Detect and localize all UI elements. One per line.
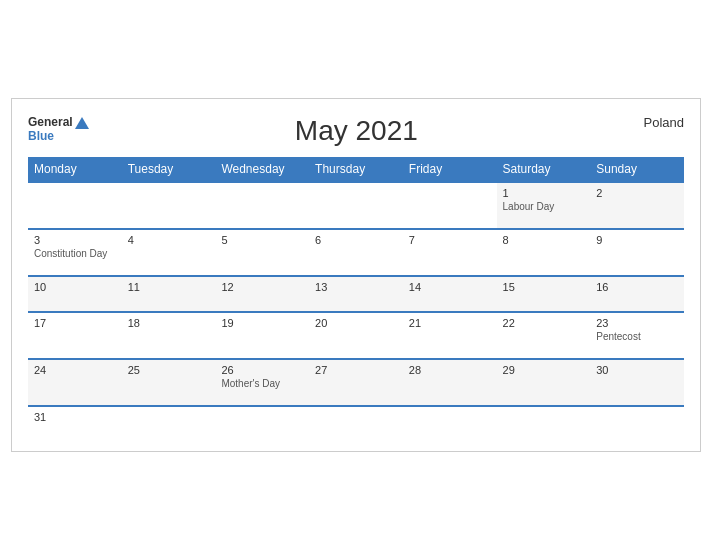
day-number: 4 <box>128 234 210 246</box>
day-number: 2 <box>596 187 678 199</box>
calendar-table: Monday Tuesday Wednesday Thursday Friday… <box>28 157 684 441</box>
calendar-cell: 8 <box>497 229 591 276</box>
calendar-cell: 16 <box>590 276 684 312</box>
day-number: 21 <box>409 317 491 329</box>
calendar-cell: 14 <box>403 276 497 312</box>
calendar-cell: 1Labour Day <box>497 182 591 229</box>
logo-general-text: General <box>28 115 89 129</box>
calendar-cell <box>122 182 216 229</box>
day-number: 30 <box>596 364 678 376</box>
day-number: 15 <box>503 281 585 293</box>
holiday-label: Constitution Day <box>34 248 116 259</box>
calendar-cell: 26Mother's Day <box>215 359 309 406</box>
month-title: May 2021 <box>89 115 624 147</box>
day-number: 14 <box>409 281 491 293</box>
header-friday: Friday <box>403 157 497 182</box>
calendar-cell: 31 <box>28 406 122 441</box>
header-saturday: Saturday <box>497 157 591 182</box>
header-wednesday: Wednesday <box>215 157 309 182</box>
logo: General Blue <box>28 115 89 144</box>
calendar-cell <box>403 182 497 229</box>
calendar-cell <box>403 406 497 441</box>
logo-triangle-icon <box>75 117 89 129</box>
day-number: 9 <box>596 234 678 246</box>
calendar-row: 3Constitution Day456789 <box>28 229 684 276</box>
calendar-cell: 6 <box>309 229 403 276</box>
holiday-label: Pentecost <box>596 331 678 342</box>
day-number: 31 <box>34 411 116 423</box>
calendar-cell: 7 <box>403 229 497 276</box>
calendar-cell <box>309 182 403 229</box>
day-number: 6 <box>315 234 397 246</box>
calendar-cell: 29 <box>497 359 591 406</box>
calendar-cell: 27 <box>309 359 403 406</box>
calendar-cell: 11 <box>122 276 216 312</box>
day-number: 12 <box>221 281 303 293</box>
calendar-cell <box>215 182 309 229</box>
day-number: 11 <box>128 281 210 293</box>
day-number: 3 <box>34 234 116 246</box>
calendar-cell <box>497 406 591 441</box>
day-number: 25 <box>128 364 210 376</box>
day-number: 13 <box>315 281 397 293</box>
calendar-cell <box>215 406 309 441</box>
calendar-cell: 25 <box>122 359 216 406</box>
calendar-cell <box>309 406 403 441</box>
calendar-header: General Blue May 2021 Poland <box>28 115 684 147</box>
calendar-container: General Blue May 2021 Poland Monday Tues… <box>11 98 701 452</box>
header-sunday: Sunday <box>590 157 684 182</box>
calendar-cell <box>122 406 216 441</box>
day-number: 22 <box>503 317 585 329</box>
day-number: 16 <box>596 281 678 293</box>
day-number: 19 <box>221 317 303 329</box>
calendar-cell: 13 <box>309 276 403 312</box>
header-monday: Monday <box>28 157 122 182</box>
calendar-row: 17181920212223Pentecost <box>28 312 684 359</box>
day-number: 20 <box>315 317 397 329</box>
day-number: 17 <box>34 317 116 329</box>
calendar-cell: 24 <box>28 359 122 406</box>
day-number: 27 <box>315 364 397 376</box>
day-number: 28 <box>409 364 491 376</box>
calendar-cell: 19 <box>215 312 309 359</box>
calendar-cell: 17 <box>28 312 122 359</box>
weekday-header-row: Monday Tuesday Wednesday Thursday Friday… <box>28 157 684 182</box>
calendar-row: 10111213141516 <box>28 276 684 312</box>
day-number: 18 <box>128 317 210 329</box>
calendar-row: 242526Mother's Day27282930 <box>28 359 684 406</box>
calendar-cell: 9 <box>590 229 684 276</box>
calendar-row: 1Labour Day2 <box>28 182 684 229</box>
day-number: 7 <box>409 234 491 246</box>
calendar-cell: 15 <box>497 276 591 312</box>
calendar-cell: 12 <box>215 276 309 312</box>
country-label: Poland <box>624 115 684 130</box>
day-number: 23 <box>596 317 678 329</box>
calendar-cell: 21 <box>403 312 497 359</box>
calendar-cell: 18 <box>122 312 216 359</box>
header-thursday: Thursday <box>309 157 403 182</box>
day-number: 1 <box>503 187 585 199</box>
calendar-cell: 20 <box>309 312 403 359</box>
calendar-row: 31 <box>28 406 684 441</box>
calendar-cell: 28 <box>403 359 497 406</box>
day-number: 5 <box>221 234 303 246</box>
calendar-cell: 3Constitution Day <box>28 229 122 276</box>
calendar-cell: 5 <box>215 229 309 276</box>
calendar-cell <box>28 182 122 229</box>
header-tuesday: Tuesday <box>122 157 216 182</box>
calendar-cell: 22 <box>497 312 591 359</box>
logo-blue-text: Blue <box>28 129 89 143</box>
holiday-label: Labour Day <box>503 201 585 212</box>
calendar-cell: 30 <box>590 359 684 406</box>
calendar-cell: 10 <box>28 276 122 312</box>
calendar-cell: 4 <box>122 229 216 276</box>
day-number: 8 <box>503 234 585 246</box>
calendar-cell: 2 <box>590 182 684 229</box>
day-number: 10 <box>34 281 116 293</box>
calendar-cell: 23Pentecost <box>590 312 684 359</box>
day-number: 29 <box>503 364 585 376</box>
calendar-cell <box>590 406 684 441</box>
day-number: 26 <box>221 364 303 376</box>
day-number: 24 <box>34 364 116 376</box>
holiday-label: Mother's Day <box>221 378 303 389</box>
